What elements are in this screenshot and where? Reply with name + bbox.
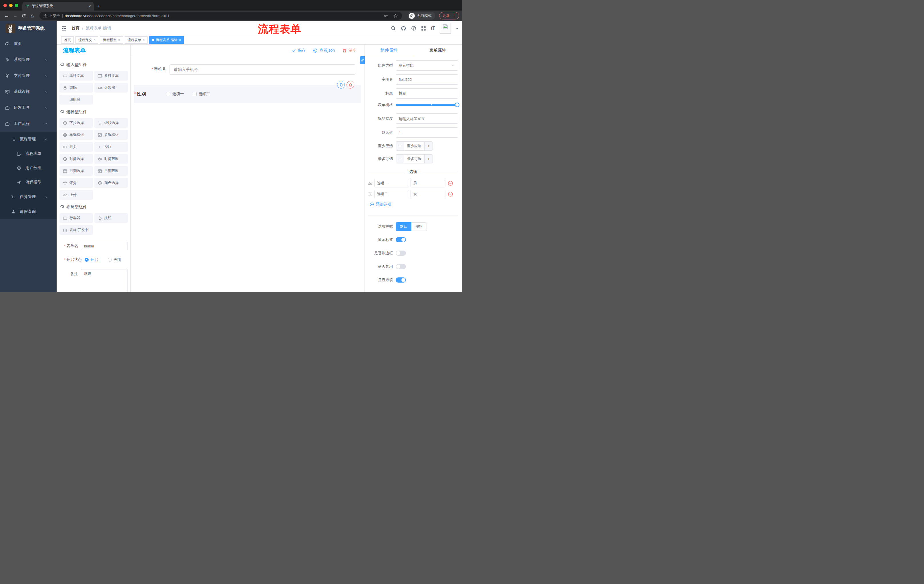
palette-item-rate[interactable]: 评分 bbox=[59, 178, 93, 188]
tag-process-definition[interactable]: 流程定义× bbox=[76, 36, 98, 44]
sidebar-item-pay[interactable]: 支付管理 bbox=[0, 68, 57, 84]
stepper-minus-button[interactable]: − bbox=[396, 142, 404, 150]
new-tab-button[interactable]: + bbox=[97, 3, 101, 10]
phone-field-row[interactable]: *手机号 bbox=[130, 64, 365, 74]
border-toggle[interactable] bbox=[396, 250, 406, 256]
slider-track[interactable] bbox=[396, 104, 457, 106]
min-select-input[interactable] bbox=[404, 142, 424, 150]
remove-option-icon[interactable] bbox=[448, 181, 453, 186]
sidebar-item-process-model[interactable]: 流程模型 bbox=[0, 175, 57, 189]
drag-handle-icon[interactable] bbox=[368, 192, 372, 196]
palette-item-time-range[interactable]: 时间范围 bbox=[94, 154, 128, 164]
remove-option-icon[interactable] bbox=[448, 191, 453, 197]
sidebar-item-user-group[interactable]: 用户分组 bbox=[0, 161, 57, 175]
palette-item-upload[interactable]: 上传 bbox=[59, 190, 93, 200]
option-2-value-input[interactable] bbox=[411, 190, 446, 198]
label-width-input[interactable] bbox=[396, 114, 458, 124]
github-icon[interactable] bbox=[401, 26, 406, 31]
close-tag-icon[interactable]: × bbox=[118, 38, 120, 42]
gender-field-block-selected[interactable]: *性别 选项一 选项二 bbox=[134, 85, 361, 103]
sidebar-item-process-form[interactable]: 流程表单 bbox=[0, 146, 57, 161]
checkbox[interactable] bbox=[193, 92, 197, 96]
option-2-label-input[interactable] bbox=[374, 190, 409, 198]
palette-item-counter[interactable]: 123计数器 bbox=[94, 83, 128, 92]
palette-item-password[interactable]: 密码 bbox=[59, 83, 93, 92]
palette-item-button[interactable]: 按钮 bbox=[94, 213, 128, 223]
palette-item-cascader[interactable]: 级联选择 bbox=[94, 118, 128, 128]
close-window-button[interactable] bbox=[3, 4, 7, 7]
status-off-label[interactable]: 关闭 bbox=[114, 257, 121, 262]
show-label-toggle[interactable] bbox=[396, 237, 406, 242]
security-chip[interactable]: 不安全 bbox=[43, 13, 60, 18]
required-toggle[interactable] bbox=[396, 277, 406, 283]
palette-item-checkbox-group[interactable]: 多选框组 bbox=[94, 130, 128, 140]
reload-button[interactable] bbox=[20, 13, 28, 18]
slider-handle[interactable] bbox=[455, 102, 459, 107]
sidebar-item-workflow[interactable]: 工作流程 bbox=[0, 116, 57, 132]
gender-option-1[interactable]: 选项一 bbox=[166, 91, 184, 97]
option-1-label-input[interactable] bbox=[374, 179, 409, 188]
stepper-plus-button[interactable]: + bbox=[424, 155, 432, 163]
avatar-caret-icon[interactable] bbox=[456, 28, 459, 31]
sidebar-item-devtools[interactable]: 研发工具 bbox=[0, 100, 57, 116]
phone-input[interactable] bbox=[170, 64, 355, 74]
close-tag-icon[interactable]: × bbox=[179, 38, 181, 42]
default-value-input[interactable] bbox=[396, 127, 458, 138]
palette-item-date-range[interactable]: 日期范围 bbox=[94, 166, 128, 176]
palette-item-multi-text[interactable]: 多行文本 bbox=[94, 71, 128, 81]
palette-item-time[interactable]: 时间选择 bbox=[59, 154, 93, 164]
field-name-input[interactable] bbox=[396, 74, 458, 85]
tag-process-form-edit[interactable]: 流程表单-编辑× bbox=[149, 36, 184, 44]
palette-item-editor[interactable]: 编辑器 bbox=[59, 95, 93, 105]
drag-handle-icon[interactable] bbox=[368, 181, 372, 186]
update-browser-button[interactable]: 更新 ⋮ bbox=[439, 12, 459, 20]
clear-button[interactable]: 清空 bbox=[342, 48, 356, 53]
zoom-window-button[interactable] bbox=[15, 4, 18, 7]
status-on-radio[interactable] bbox=[85, 258, 89, 262]
browser-menu-dots-icon[interactable]: ⋮ bbox=[452, 13, 456, 18]
status-on-label[interactable]: 开启 bbox=[90, 257, 98, 262]
sidebar-item-process-manage[interactable]: 流程管理 bbox=[0, 132, 57, 146]
title-input[interactable] bbox=[396, 88, 458, 99]
component-type-select[interactable]: 多选框组 bbox=[396, 60, 458, 71]
avatar[interactable] bbox=[440, 23, 451, 34]
palette-item-slider[interactable]: 滑块 bbox=[94, 142, 128, 152]
sidebar-item-task-manage[interactable]: 任务管理 bbox=[0, 189, 57, 204]
style-default-button[interactable]: 默认 bbox=[396, 222, 411, 231]
close-tag-icon[interactable]: × bbox=[94, 38, 96, 42]
stepper-minus-button[interactable]: − bbox=[396, 155, 404, 163]
sidebar-item-home[interactable]: 首页 bbox=[0, 36, 57, 52]
palette-item-row-container[interactable]: 行容器 bbox=[59, 213, 93, 223]
remark-textarea[interactable]: 嘿嘿 bbox=[81, 269, 128, 292]
palette-item-switch[interactable]: 开关 bbox=[59, 142, 93, 152]
tag-home[interactable]: 首页 bbox=[61, 36, 74, 44]
delete-component-button[interactable] bbox=[346, 81, 354, 89]
search-icon[interactable] bbox=[391, 26, 396, 31]
view-json-button[interactable]: 查看json bbox=[313, 48, 335, 53]
tag-process-form[interactable]: 流程表单× bbox=[125, 36, 147, 44]
palette-item-select[interactable]: 下拉选择 bbox=[59, 118, 93, 128]
option-1-value-input[interactable] bbox=[411, 179, 446, 188]
style-button-button[interactable]: 按钮 bbox=[411, 222, 427, 231]
password-key-icon[interactable] bbox=[384, 13, 388, 18]
font-size-icon[interactable]: tT bbox=[431, 26, 435, 31]
bookmark-star-icon[interactable] bbox=[393, 13, 398, 18]
canvas-body[interactable]: *手机号 *性别 选项一 选项二 bbox=[130, 56, 365, 292]
sidebar-item-leave-query[interactable]: 请假查询 bbox=[0, 204, 57, 219]
palette-item-date[interactable]: 日期选择 bbox=[59, 166, 93, 176]
browser-tab[interactable]: 芋道管理系统 × bbox=[22, 2, 94, 11]
tab-component-props[interactable]: 组件属性 bbox=[365, 45, 413, 56]
back-button[interactable]: ← bbox=[3, 13, 10, 18]
minimize-window-button[interactable] bbox=[9, 4, 13, 7]
tag-process-model[interactable]: 流程模型× bbox=[100, 36, 123, 44]
address-bar[interactable]: 不安全 dashboard.yudao.iocoder.cn/bpm/manag… bbox=[40, 12, 402, 20]
palette-item-color[interactable]: 颜色选择 bbox=[94, 178, 128, 188]
breadcrumb-home[interactable]: 首页 bbox=[71, 26, 79, 31]
sidebar-item-infra[interactable]: 基础设施 bbox=[0, 84, 57, 100]
gender-option-2[interactable]: 选项二 bbox=[193, 91, 211, 97]
link-tab-icon[interactable] bbox=[360, 56, 365, 64]
copy-component-button[interactable] bbox=[337, 81, 345, 89]
palette-item-table[interactable]: 表格[开发中] bbox=[59, 225, 93, 235]
palette-item-radio-group[interactable]: 单选框组 bbox=[59, 130, 93, 140]
save-button[interactable]: 保存 bbox=[292, 48, 305, 53]
